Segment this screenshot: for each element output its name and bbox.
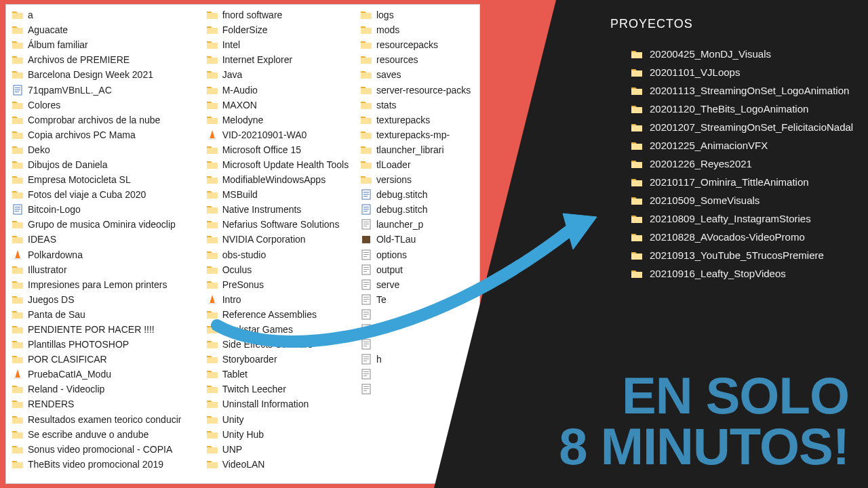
file-item[interactable] <box>360 367 474 382</box>
file-item[interactable]: ModifiableWindowsApps <box>206 172 360 187</box>
file-item[interactable]: Juegos DS <box>12 292 206 307</box>
file-item[interactable]: a <box>12 7 206 22</box>
project-folder[interactable]: 20210828_AVocados-VideoPromo <box>631 228 854 246</box>
file-item[interactable]: Intel <box>206 37 360 52</box>
project-folder[interactable]: 20201113_StreamingOnSet_LogoAnimation <box>631 81 854 100</box>
file-item[interactable]: resources <box>360 52 474 67</box>
file-item[interactable]: debug.stitch <box>360 202 474 217</box>
file-item[interactable]: Microsoft Update Health Tools <box>206 157 360 172</box>
file-item[interactable]: Internet Explorer <box>206 52 360 67</box>
file-item[interactable]: RENDERS <box>12 396 206 411</box>
file-item[interactable]: Resultados examen teorico conducir <box>12 412 206 427</box>
file-item[interactable]: PruebaCatIA_Modu <box>12 367 206 382</box>
project-folder[interactable]: 20201120_TheBits_LogoAnimation <box>631 100 854 118</box>
project-folder[interactable]: 20201101_VJLoops <box>631 63 854 81</box>
file-item[interactable]: Oculus <box>206 262 360 277</box>
file-item[interactable]: Se escribe anduve o andube <box>12 427 206 442</box>
file-item[interactable] <box>360 307 474 322</box>
file-item[interactable]: Fotos del viaje a Cuba 2020 <box>12 187 206 202</box>
file-item[interactable]: Microsoft Office 15 <box>206 142 360 157</box>
project-folder[interactable]: 20210913_YouTube_5TrucosPremiere <box>631 246 854 264</box>
file-item[interactable]: Empresa Motocicleta SL <box>12 172 206 187</box>
project-folder[interactable]: 20210916_Leafty_StopVideos <box>631 264 854 283</box>
file-item[interactable]: FolderSize <box>206 22 360 37</box>
file-item[interactable]: launcher_p <box>360 217 474 232</box>
file-item[interactable]: Colores <box>12 98 206 113</box>
file-item[interactable]: Twitch Leecher <box>206 382 360 396</box>
file-item[interactable] <box>360 382 474 396</box>
file-item[interactable]: Comprobar archivos de la nube <box>12 113 206 127</box>
file-item[interactable] <box>360 337 474 352</box>
file-item[interactable]: Nefarius Software Solutions <box>206 217 360 232</box>
file-item[interactable]: 71qpamVBnLL._AC <box>12 82 206 97</box>
file-item[interactable]: POR CLASIFICAR <box>12 352 206 367</box>
file-item[interactable]: obs-studio <box>206 247 360 262</box>
file-item[interactable]: options <box>360 247 474 262</box>
file-item[interactable]: M-Audio <box>206 82 360 97</box>
file-item[interactable]: Aguacate <box>12 22 206 37</box>
file-item[interactable]: fnord software <box>206 7 360 22</box>
file-item[interactable]: Java <box>206 67 360 82</box>
file-item[interactable]: Melodyne <box>206 113 360 127</box>
file-item[interactable]: VideoLAN <box>206 457 360 472</box>
project-folder[interactable]: 20200425_MonDJ_Visuals <box>631 45 854 63</box>
project-folder[interactable]: 20210809_Leafty_InstagramStories <box>631 209 854 228</box>
file-item[interactable]: mods <box>360 22 474 37</box>
file-item[interactable]: Grupo de musica Ominira videoclip <box>12 217 206 232</box>
file-item[interactable]: Reference Assemblies <box>206 307 360 322</box>
file-item[interactable]: VID-20210901-WA0 <box>206 127 360 142</box>
file-item[interactable]: Polkardowna <box>12 247 206 262</box>
file-item[interactable]: resourcepacks <box>360 37 474 52</box>
project-folder[interactable]: 20201207_StreamingOnSet_FelicitacioNadal <box>631 118 854 136</box>
file-item[interactable]: texturepacks-mp- <box>360 127 474 142</box>
file-item[interactable]: saves <box>360 67 474 82</box>
file-item[interactable]: MSBuild <box>206 187 360 202</box>
file-item[interactable]: Impresiones para Lemon printers <box>12 277 206 292</box>
file-item[interactable]: Unity <box>206 412 360 427</box>
file-item[interactable]: Deko <box>12 142 206 157</box>
file-item[interactable]: Dibujos de Daniela <box>12 157 206 172</box>
file-item[interactable]: Álbum familiar <box>12 37 206 52</box>
file-item[interactable]: texturepacks <box>360 113 474 127</box>
file-item[interactable]: Storyboarder <box>206 352 360 367</box>
file-item[interactable]: t <box>360 322 474 337</box>
file-item[interactable]: output <box>360 262 474 277</box>
file-item[interactable]: UNP <box>206 442 360 457</box>
project-folder[interactable]: 20201226_Reyes2021 <box>631 155 854 173</box>
file-item[interactable]: serve <box>360 277 474 292</box>
project-folder[interactable]: 20201225_AnimacionVFX <box>631 136 854 155</box>
file-item[interactable]: MAXON <box>206 98 360 113</box>
file-item[interactable]: TheBits video promocional 2019 <box>12 457 206 472</box>
file-item[interactable]: h <box>360 352 474 367</box>
file-item[interactable]: NVIDIA Corporation <box>206 232 360 247</box>
file-item[interactable]: Side Effects Software <box>206 337 360 352</box>
file-item[interactable]: Tablet <box>206 367 360 382</box>
file-item[interactable]: debug.stitch <box>360 187 474 202</box>
file-item[interactable]: Rockstar Games <box>206 322 360 337</box>
file-item[interactable]: tlauncher_librari <box>360 142 474 157</box>
file-item[interactable]: Old-TLau <box>360 232 474 247</box>
file-item[interactable]: Unity Hub <box>206 427 360 442</box>
file-item[interactable]: Uninstall Information <box>206 396 360 411</box>
file-item[interactable]: IDEAS <box>12 232 206 247</box>
file-item[interactable]: PreSonus <box>206 277 360 292</box>
project-folder[interactable]: 20210117_Ominira_TittleAnimation <box>631 173 854 191</box>
file-item[interactable]: stats <box>360 98 474 113</box>
file-item[interactable]: Te <box>360 292 474 307</box>
file-item[interactable]: Reland - Videoclip <box>12 382 206 396</box>
project-folder[interactable]: 20210509_SomeVisuals <box>631 191 854 209</box>
file-item[interactable]: PENDIENTE POR HACER !!!! <box>12 322 206 337</box>
file-item[interactable]: Archivos de PREMIERE <box>12 52 206 67</box>
file-item[interactable]: Sonus video promocional - COPIA <box>12 442 206 457</box>
file-item[interactable]: Illustrator <box>12 262 206 277</box>
file-item[interactable]: Panta de Sau <box>12 307 206 322</box>
file-item[interactable]: tlLoader <box>360 157 474 172</box>
file-item[interactable]: logs <box>360 7 474 22</box>
file-item[interactable]: Intro <box>206 292 360 307</box>
file-item[interactable]: Barcelona Design Week 2021 <box>12 67 206 82</box>
file-item[interactable]: server-resource-packs <box>360 82 474 97</box>
file-item[interactable]: Plantillas PHOTOSHOP <box>12 337 206 352</box>
file-item[interactable]: Native Instruments <box>206 202 360 217</box>
file-item[interactable]: Bitcoin-Logo <box>12 202 206 217</box>
file-item[interactable]: Copia archivos PC Mama <box>12 127 206 142</box>
